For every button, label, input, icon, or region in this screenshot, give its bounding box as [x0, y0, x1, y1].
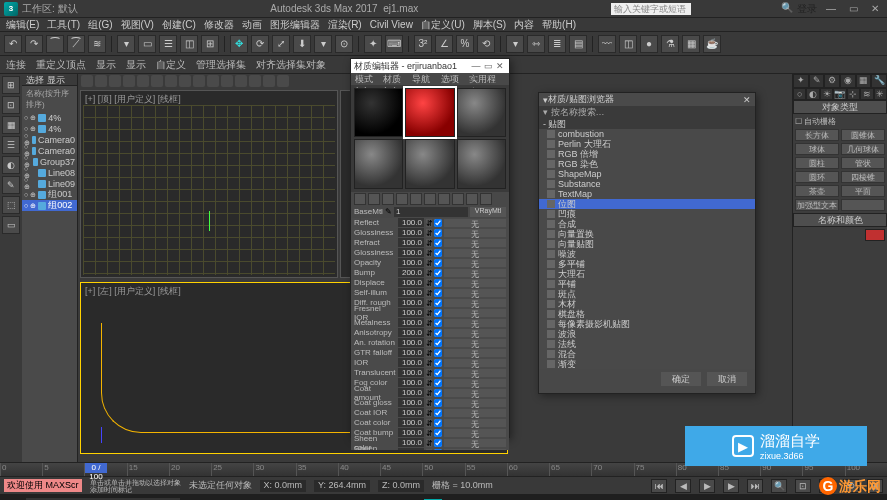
systems-cat[interactable]: ✳: [874, 88, 887, 100]
param-value[interactable]: 100.0: [398, 438, 424, 447]
param-value[interactable]: 100.0: [398, 328, 424, 337]
map-browser-search[interactable]: ▾ 按名称搜索…: [539, 106, 755, 118]
mat-tool-icon[interactable]: [466, 193, 478, 205]
param-checkbox[interactable]: [434, 259, 442, 267]
subtool-item[interactable]: 对齐选择集对象: [256, 58, 326, 72]
link-button[interactable]: ⁀: [46, 35, 64, 53]
material-editor-titlebar[interactable]: 材质编辑器 - erjiruanbao1 — ▭ ✕: [351, 59, 509, 73]
vp-icon[interactable]: [151, 75, 163, 87]
map-button[interactable]: 无: [444, 309, 506, 317]
mat-menu-item[interactable]: 模式(D): [355, 73, 377, 85]
param-value[interactable]: 100.0: [398, 308, 424, 317]
menu-item[interactable]: 内容: [514, 18, 534, 32]
param-value[interactable]: 100.0: [398, 448, 424, 450]
mat-tool-icon[interactable]: [396, 193, 408, 205]
map-button[interactable]: 无: [444, 399, 506, 407]
geometry-cat[interactable]: ○: [793, 88, 806, 100]
map-button[interactable]: 无: [444, 369, 506, 377]
menu-item[interactable]: Civil View: [370, 19, 413, 30]
redo-button[interactable]: ↷: [25, 35, 43, 53]
param-value[interactable]: 100.0: [398, 398, 424, 407]
param-checkbox[interactable]: [434, 299, 442, 307]
material-slot[interactable]: [457, 139, 506, 188]
workspace-label[interactable]: 工作区: 默认: [22, 2, 78, 16]
spinner-icon[interactable]: ⇵: [426, 319, 432, 327]
tool-icon[interactable]: ◐: [2, 156, 20, 174]
mat-tool-icon[interactable]: [354, 193, 366, 205]
map-button[interactable]: 无: [444, 289, 506, 297]
ref-coord-button[interactable]: ▾: [314, 35, 332, 53]
vp-icon[interactable]: [221, 75, 233, 87]
unlink-button[interactable]: ⁀̸: [67, 35, 85, 53]
menu-item[interactable]: 视图(V): [121, 18, 154, 32]
maxscript-listener[interactable]: 欢迎使用 MAXScr: [4, 479, 82, 492]
material-slot[interactable]: [354, 139, 403, 188]
mat-tool-icon[interactable]: [410, 193, 422, 205]
param-value[interactable]: 100.0: [398, 338, 424, 347]
cameras-cat[interactable]: 📷: [833, 88, 846, 100]
primitive-button[interactable]: 长方体: [795, 129, 839, 141]
render-frame-button[interactable]: ▦: [682, 35, 700, 53]
map-button[interactable]: 无: [444, 439, 506, 447]
menu-item[interactable]: 帮助(H): [542, 18, 576, 32]
spinner-icon[interactable]: ⇵: [426, 339, 432, 347]
param-checkbox[interactable]: [434, 439, 442, 447]
param-value[interactable]: 100.0: [398, 238, 424, 247]
hierarchy-tab[interactable]: ⚙: [824, 74, 840, 88]
menu-item[interactable]: 渲染(R): [328, 18, 362, 32]
vp-icon[interactable]: [81, 75, 93, 87]
vp-icon[interactable]: [109, 75, 121, 87]
primitive-button[interactable]: [841, 199, 885, 211]
param-value[interactable]: 100.0: [398, 418, 424, 427]
vp-icon[interactable]: [137, 75, 149, 87]
map-button[interactable]: 无: [444, 319, 506, 327]
named-selection[interactable]: ▾: [506, 35, 524, 53]
keyboard-button[interactable]: ⌨: [385, 35, 403, 53]
primitive-button[interactable]: 球体: [795, 143, 839, 155]
vp-icon[interactable]: [95, 75, 107, 87]
goto-end-button[interactable]: ⏭: [747, 479, 763, 493]
scene-item[interactable]: ○ ⊕组002: [22, 200, 77, 211]
map-item[interactable]: ShapeMap: [539, 169, 755, 179]
vp-icon[interactable]: [249, 75, 261, 87]
map-button[interactable]: 无: [444, 349, 506, 357]
param-checkbox[interactable]: [434, 229, 442, 237]
spinner-icon[interactable]: ⇵: [426, 239, 432, 247]
map-button[interactable]: 无: [444, 239, 506, 247]
map-button[interactable]: 无: [444, 389, 506, 397]
menu-item[interactable]: 编辑(E): [6, 18, 39, 32]
spinner-icon[interactable]: ⇵: [426, 279, 432, 287]
menu-item[interactable]: 图形编辑器: [270, 18, 320, 32]
utilities-tab[interactable]: 🔧: [871, 74, 887, 88]
map-button[interactable]: 无: [444, 249, 506, 257]
param-checkbox[interactable]: [434, 399, 442, 407]
spinner-icon[interactable]: ⇵: [426, 289, 432, 297]
object-color-swatch[interactable]: [865, 229, 885, 241]
mirror-button[interactable]: ⇿: [527, 35, 545, 53]
param-checkbox[interactable]: [434, 319, 442, 327]
spinner-icon[interactable]: ⇵: [426, 309, 432, 317]
signin-label[interactable]: 登录: [797, 2, 817, 16]
layers-button[interactable]: ▤: [569, 35, 587, 53]
autogrid-checkbox[interactable]: ☐ 自动栅格: [795, 116, 885, 127]
mat-tool-icon[interactable]: [452, 193, 464, 205]
param-checkbox[interactable]: [434, 409, 442, 417]
spinner-icon[interactable]: ⇵: [426, 259, 432, 267]
vp-icon[interactable]: [207, 75, 219, 87]
param-checkbox[interactable]: [434, 349, 442, 357]
map-button[interactable]: 无: [444, 429, 506, 437]
spinner-icon[interactable]: ⇵: [426, 439, 432, 447]
undo-button[interactable]: ↶: [4, 35, 22, 53]
param-value[interactable]: 100.0: [398, 358, 424, 367]
material-slot[interactable]: [354, 88, 403, 137]
param-checkbox[interactable]: [434, 379, 442, 387]
map-button[interactable]: 无: [444, 329, 506, 337]
param-value[interactable]: 100.0: [398, 368, 424, 377]
coord-y[interactable]: Y: 264.4mm: [314, 480, 370, 492]
time-slider[interactable]: 0 / 100: [85, 463, 107, 473]
material-editor-button[interactable]: ●: [640, 35, 658, 53]
scene-item[interactable]: ○ ⊕4%: [22, 123, 77, 134]
select-scale-button[interactable]: ⤢: [272, 35, 290, 53]
minimize-button[interactable]: —: [823, 3, 839, 14]
param-checkbox[interactable]: [434, 309, 442, 317]
